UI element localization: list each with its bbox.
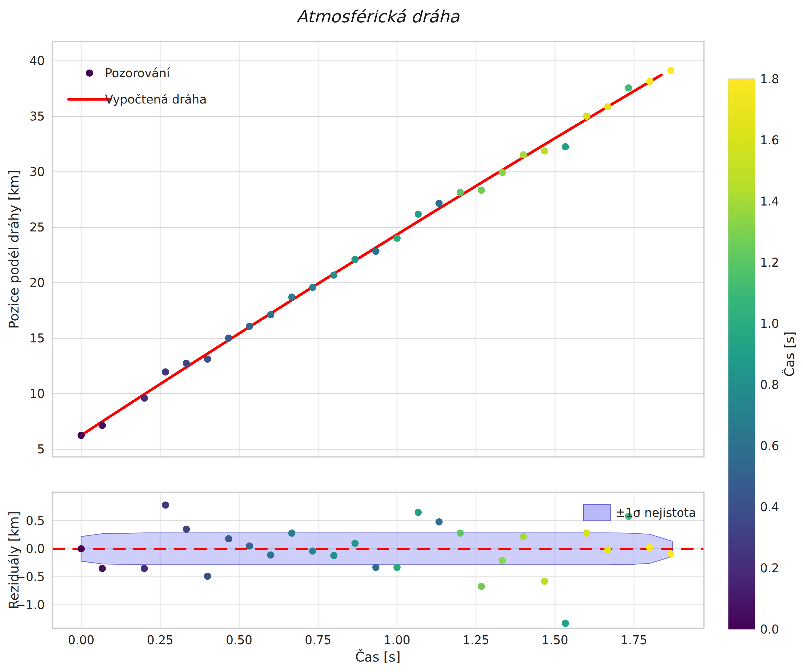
observation-point [288,294,295,301]
observation-point [562,143,569,150]
residual-point [562,620,569,627]
residual-y-tick-label: 0.5 [26,514,45,528]
main-y-tick-label: 20 [29,276,45,290]
residual-point [372,564,379,571]
observation-point [625,84,632,92]
legend-band-swatch [584,505,610,521]
figure: 5101520253035400.50.0−0.5−1.00.000.250.5… [0,0,803,672]
residual-point [583,529,590,537]
x-tick-label: 1.00 [384,633,410,647]
observation-point [520,151,527,158]
x-tick-label: 1.25 [463,633,489,647]
residual-point [604,546,611,554]
main-y-tick-label: 30 [29,165,45,179]
residual-point [204,573,211,580]
observation-point [246,323,253,330]
observation-point [225,334,232,342]
residual-point [646,544,653,551]
residual-point [78,545,85,552]
colorbar-tick-label: 1.8 [760,72,779,86]
residual-point [436,518,443,526]
legend-shapes-layer [68,70,610,521]
residual-point [415,509,422,516]
x-axis-label: Čas [s] [355,649,401,664]
x-tick-label: 0.75 [305,633,332,647]
observation-point [667,67,675,74]
observation-point [351,256,359,263]
colorbar-tick-label: 1.0 [760,317,779,331]
residual-point [499,557,506,564]
residual-point [351,540,359,547]
observation-point [583,113,590,120]
observation-point [541,147,548,154]
colorbar-tick-label: 1.6 [760,133,779,147]
fit-line-layer [52,75,704,549]
x-tick-label: 0.25 [147,633,173,647]
observation-point [436,200,443,207]
colorbar-tick-label: 1.4 [760,195,779,208]
residual-y-tick-label: 0.0 [26,542,45,556]
residual-point [520,533,527,540]
observation-point [393,234,401,242]
legend-band-label: ±1σ nejistota [615,506,696,519]
colorbar-tick-label: 0.4 [760,500,779,514]
residual-point [225,535,232,542]
colorbar-tick-label: 1.2 [760,256,779,269]
colorbar-tick-label: 0.8 [760,378,779,392]
colorbar-tick-label: 0.6 [760,439,779,453]
x-tick-label: 0.00 [68,633,94,647]
residual-point [183,526,190,533]
residual-point [667,550,675,557]
observation-point [99,422,106,429]
x-tick-label: 1.75 [621,633,647,647]
residual-point [541,578,548,585]
main-y-tick-label: 15 [29,331,45,345]
colorbar-gradient [728,79,755,629]
main-y-tick-label: 10 [29,387,45,401]
observation-point [478,187,485,194]
observation-point [267,311,274,318]
chart-svg: 5101520253035400.50.0−0.5−1.00.000.250.5… [0,0,803,672]
main-y-tick-label: 40 [29,54,45,68]
x-tick-label: 0.50 [226,633,252,647]
residual-point [99,565,106,572]
observation-point [646,78,653,85]
main-y-tick-label: 5 [37,442,45,456]
observation-point [604,103,611,110]
x-tick-label: 1.50 [542,633,568,647]
residual-point [141,565,148,572]
legend-observation-marker [86,70,93,77]
residual-point [267,552,274,558]
observation-point [204,355,211,363]
residual-point [246,542,253,550]
observation-point [141,394,148,402]
residual-point [478,583,485,590]
residual-point [288,529,295,537]
colorbar-label: Čas [s] [782,331,797,377]
observation-point [330,271,337,279]
residual-point [457,529,464,537]
colorbar-tick-label: 0.2 [760,562,779,575]
observation-point [372,248,379,255]
colorbar-tick-label: 0.0 [760,622,779,636]
legend-observations-label: Pozorování [105,66,170,80]
observation-point [162,368,169,375]
observation-point [309,284,316,291]
residual-point [309,548,316,555]
main-y-tick-label: 35 [29,109,45,123]
fit-line [81,75,661,435]
observation-point [78,432,85,439]
legend-fitted-label: Vypočtená dráha [105,93,207,106]
observation-point [183,360,190,367]
main-y-axis-label: Pozice podél dráhy [km] [6,170,21,329]
figure-title: Atmosférická dráha [296,7,460,26]
residual-point [330,552,337,559]
main-y-tick-label: 25 [29,221,45,234]
residual-point [393,564,401,571]
observation-point [415,211,422,218]
colorbar-layer [728,79,755,629]
residual-y-axis-label: Reziduály [km] [6,511,21,609]
observation-point [457,189,464,196]
observation-point [499,169,506,176]
residual-point [162,502,169,508]
